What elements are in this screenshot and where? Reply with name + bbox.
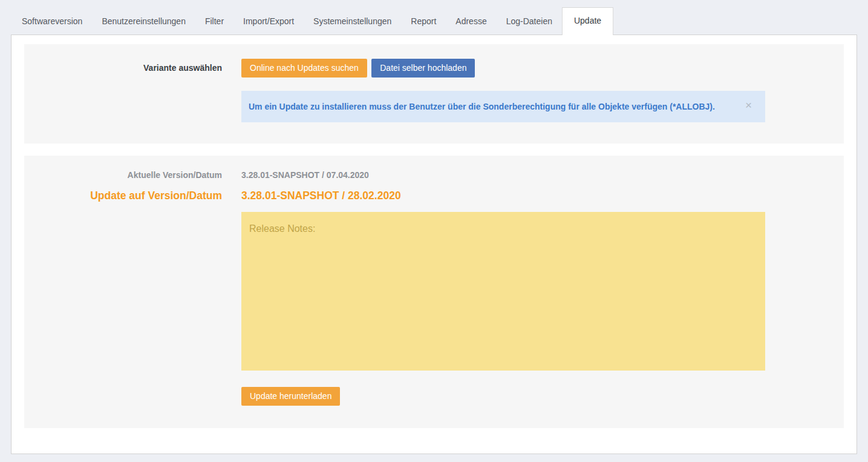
current-version-label: Aktuelle Version/Datum xyxy=(24,170,222,180)
variant-select-panel: Variante auswählen Online nach Updates s… xyxy=(24,44,844,144)
variant-select-label: Variante auswählen xyxy=(143,63,222,73)
tab-log-dateien[interactable]: Log-Dateien xyxy=(497,8,562,35)
online-update-search-button[interactable]: Online nach Updates suchen xyxy=(241,59,367,78)
release-notes-textarea[interactable]: Release Notes: xyxy=(241,212,765,371)
tab-benutzereinstellungen[interactable]: Benutzereinstellungen xyxy=(92,8,195,35)
tab-import-export[interactable]: Import/Export xyxy=(233,8,304,35)
update-version-value: 3.28.01-SNAPSHOT / 28.02.2020 xyxy=(241,190,844,202)
tab-update[interactable]: Update xyxy=(562,7,613,35)
update-version-label: Update auf Version/Datum xyxy=(24,190,222,202)
update-tab-content: Variante auswählen Online nach Updates s… xyxy=(11,35,857,454)
tab-adresse[interactable]: Adresse xyxy=(446,8,496,35)
allobj-permission-alert: Um ein Update zu installieren muss der B… xyxy=(241,91,765,122)
current-version-value: 3.28.01-SNAPSHOT / 07.04.2020 xyxy=(241,170,844,180)
tab-systemeinstellungen[interactable]: Systemeinstellungen xyxy=(304,8,401,35)
variant-button-group: Online nach Updates suchen Datei selber … xyxy=(241,59,844,78)
update-version-panel: Aktuelle Version/Datum 3.28.01-SNAPSHOT … xyxy=(24,156,844,428)
tab-softwareversion[interactable]: Softwareversion xyxy=(12,8,92,35)
release-notes-row: Release Notes: Update herunterladen xyxy=(24,202,844,406)
allobj-permission-alert-text: Um ein Update zu installieren muss der B… xyxy=(249,102,715,111)
tab-filter[interactable]: Filter xyxy=(195,8,233,35)
update-version-row: Update auf Version/Datum 3.28.01-SNAPSHO… xyxy=(24,190,844,202)
download-update-button[interactable]: Update herunterladen xyxy=(241,387,340,406)
current-version-row: Aktuelle Version/Datum 3.28.01-SNAPSHOT … xyxy=(24,170,844,180)
upload-file-button[interactable]: Datei selber hochladen xyxy=(371,59,475,78)
variant-select-row: Variante auswählen Online nach Updates s… xyxy=(24,59,844,122)
close-icon[interactable]: × xyxy=(745,99,752,111)
tab-report[interactable]: Report xyxy=(401,8,446,35)
settings-tab-bar: Softwareversion Benutzereinstellungen Fi… xyxy=(0,0,868,35)
